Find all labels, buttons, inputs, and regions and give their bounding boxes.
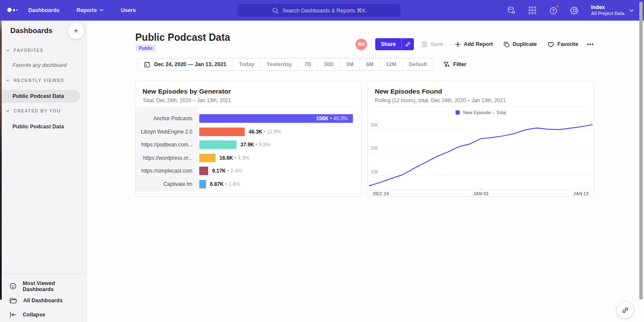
bar-row: https://podbean.com...37.9K • 9.8% <box>136 138 355 152</box>
chart-title[interactable]: New Episodes by Generator <box>143 87 354 96</box>
sidebar-footer: Most Viewed Dashboards All Dashboards Co… <box>0 273 86 322</box>
share-link-button[interactable] <box>401 38 414 50</box>
chart-legend: New Episode – Total <box>368 109 594 115</box>
bar[interactable] <box>199 167 208 175</box>
nav-right-cluster: ? Index All Project Data <box>507 0 634 21</box>
project-selector[interactable]: Index All Project Data <box>591 4 634 16</box>
scrollbar-thumb[interactable] <box>639 2 643 300</box>
nav-item-label: Dashboards <box>28 7 59 13</box>
date-preset-default[interactable]: Default <box>402 58 433 70</box>
add-report-label: Add Report <box>464 41 493 47</box>
project-scope: All Project Data <box>591 11 624 16</box>
sidebar: Dashboards + FAVORITES Favorite any dash… <box>0 21 87 322</box>
settings-gear-icon[interactable] <box>570 6 579 15</box>
favorite-button[interactable]: Favorite <box>547 41 578 48</box>
favorites-empty-text: Favorite any dashboard <box>12 62 67 68</box>
chevron-down-icon <box>6 110 9 112</box>
line-plot-svg[interactable]: 10K20K30K <box>368 116 593 190</box>
y-tick-label: 10K <box>371 170 378 174</box>
plus-icon <box>455 42 461 47</box>
bar-value-label: 6.87K • 1.8% <box>210 178 240 191</box>
date-preset-7d[interactable]: 7D <box>298 58 317 70</box>
bar-value-label: 16.6K • 4.3% <box>219 152 249 165</box>
footer-item-label: Collapse <box>23 312 45 318</box>
share-split-button: Share <box>375 38 414 50</box>
sidebar-item-most-viewed-dashboards[interactable]: Most Viewed Dashboards <box>0 279 86 293</box>
divider <box>375 106 587 107</box>
bar-row: Anchor Podcasts156K • 40.3% <box>136 112 355 125</box>
apps-grid-icon[interactable] <box>528 6 537 15</box>
more-options-button[interactable]: ••• <box>587 41 594 47</box>
date-preset-yesterday[interactable]: Yesterday <box>260 58 298 70</box>
copy-link-floating-button[interactable] <box>617 302 633 318</box>
duplicate-button[interactable]: Duplicate <box>503 41 537 48</box>
nav-item-reports[interactable]: Reports <box>76 7 103 13</box>
sidebar-collapse-button[interactable]: Collapse <box>0 307 86 322</box>
save-icon <box>421 41 428 48</box>
date-preset-today[interactable]: Today <box>232 58 260 70</box>
logo-dot-large <box>7 8 12 12</box>
bar-value-label: 37.9K • 9.8% <box>240 138 270 152</box>
duplicate-label: Duplicate <box>513 41 537 47</box>
help-icon[interactable]: ? <box>549 6 558 15</box>
chart-subtitle: Total, Dec 24th, 2020 – Jan 13th, 2021 <box>143 97 354 104</box>
smiley-icon <box>9 283 17 290</box>
chart-subtitle: Rolling (12 hours), total, Dec 24th, 202… <box>375 97 587 104</box>
sidebar-section-favorites[interactable]: FAVORITES <box>6 48 43 53</box>
collapse-icon <box>9 311 17 318</box>
heart-icon <box>547 41 554 48</box>
save-button[interactable]: Save <box>421 41 443 48</box>
bar[interactable] <box>199 180 206 188</box>
bar-category-label: https://simplecast.com <box>136 164 192 178</box>
section-label: CREATED BY YOU <box>14 109 61 113</box>
logo-dot-medium <box>13 9 15 11</box>
bar-row: https://wordpress.or...16.6K • 4.3% <box>136 152 355 165</box>
share-button[interactable]: Share <box>375 38 401 50</box>
date-preset-30d[interactable]: 30D <box>317 58 340 70</box>
avatar[interactable]: RH <box>355 39 367 50</box>
sidebar-section-created-by-you[interactable]: CREATED BY YOU <box>6 109 61 113</box>
date-controls: Dec 24, 2020 — Jan 13, 2021 TodayYesterd… <box>137 58 466 71</box>
bar-rows: Anchor Podcasts156K • 40.3%Libsyn WebEng… <box>136 112 355 191</box>
line-chart: 10K20K30K <box>368 116 594 190</box>
filter-button[interactable]: Filter <box>443 61 467 68</box>
nav-item-label: Reports <box>76 7 97 13</box>
add-dashboard-button[interactable]: + <box>68 23 84 39</box>
x-axis-labels: DEC 24 JAN 03 JAN 13 <box>368 190 594 197</box>
nav-item-dashboards[interactable]: Dashboards <box>28 7 59 13</box>
chart-title[interactable]: New Episodes Found <box>375 87 587 96</box>
app-logo[interactable] <box>7 8 18 12</box>
project-text: Index All Project Data <box>591 4 624 16</box>
line-series-new-episode-total[interactable] <box>369 125 592 186</box>
bar[interactable] <box>199 128 245 136</box>
sidebar-item-public-podcast-data-selected[interactable]: Public Podcast Data <box>0 90 80 103</box>
top-nav: Dashboards Reports Users Search Dashboar… <box>0 0 644 21</box>
date-preset-6m[interactable]: 6M <box>359 58 379 70</box>
bar-row: Libsyn WebEngine 2.046.3K • 11.9% <box>136 125 355 139</box>
section-label: RECENTLY VIEWED <box>14 78 64 83</box>
bar[interactable] <box>199 140 237 149</box>
date-range-button[interactable]: Dec 24, 2020 — Jan 13, 2021 <box>138 58 232 70</box>
data-sources-icon[interactable] <box>507 6 516 15</box>
link-icon <box>405 41 411 47</box>
link-icon <box>622 307 629 314</box>
search-input[interactable]: Search Dashboards & Reports ⌘K <box>237 4 401 17</box>
sidebar-item-all-dashboards[interactable]: All Dashboards <box>0 293 86 307</box>
sidebar-section-recently-viewed[interactable]: RECENTLY VIEWED <box>6 78 64 83</box>
bar-category-label: Captivate.fm <box>136 178 192 191</box>
chevron-down-icon <box>100 9 103 12</box>
y-tick-label: 30K <box>371 123 378 128</box>
date-preset-12m[interactable]: 12M <box>380 58 402 70</box>
chevron-down-icon <box>6 49 9 52</box>
bar-row: https://simplecast.com9.17K • 2.4% <box>136 164 355 178</box>
folder-icon <box>9 297 17 304</box>
x-tick-label: JAN 03 <box>473 191 489 196</box>
date-preset-3m[interactable]: 3M <box>340 58 359 70</box>
sidebar-item-public-podcast-data[interactable]: Public Podcast Data <box>12 124 64 130</box>
card-header: New Episodes by Generator Total, Dec 24t… <box>136 81 361 107</box>
bar-value-label: 9.17K • 2.4% <box>212 164 242 178</box>
chevron-down-icon <box>629 9 634 12</box>
nav-item-users[interactable]: Users <box>121 7 136 13</box>
bar[interactable] <box>199 154 216 162</box>
add-report-button[interactable]: Add Report <box>455 41 493 47</box>
